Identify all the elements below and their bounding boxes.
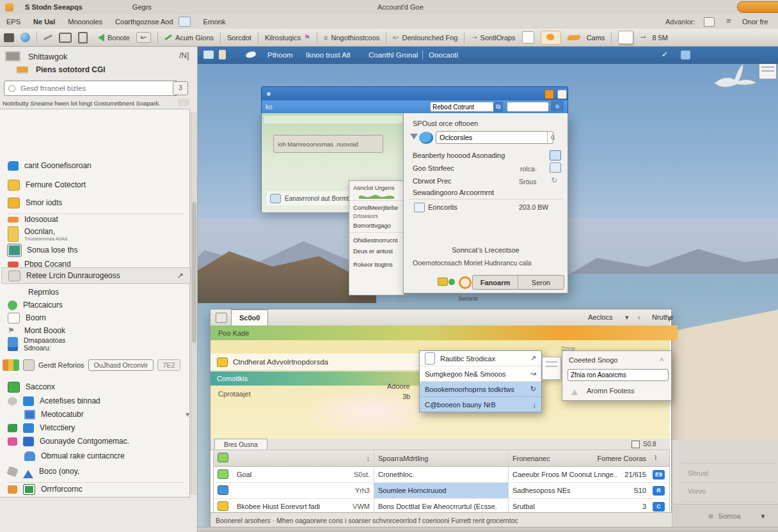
menu-app-name[interactable]: S Stodn Seeapqs [25, 3, 83, 11]
dialog-combo-input[interactable] [436, 131, 553, 144]
highlight-brush-button[interactable] [541, 31, 561, 45]
sidebar-item[interactable]: Boorn [8, 311, 184, 325]
dialog-alert-icon[interactable] [544, 90, 554, 99]
dialog-row-label[interactable]: Beanberty hooood Asonading [413, 152, 559, 162]
denlo-button[interactable]: ↜Denlounched Fng [393, 33, 457, 42]
sidebar-item[interactable]: Oocnlan,Tnurarannnaa A0A8. [8, 226, 184, 242]
scroll-icon[interactable] [219, 50, 226, 59]
sidebar-app-icon[interactable] [5, 51, 20, 61]
menu-item[interactable]: EPS [6, 18, 20, 26]
sidebar-item[interactable]: Obmual rake cuntacncre [8, 449, 201, 463]
small-window-icon[interactable] [704, 17, 715, 27]
sidebar-item[interactable]: Reprnlos [8, 285, 205, 299]
panel-input[interactable] [568, 369, 669, 381]
check-icon[interactable]: ✓ [662, 50, 668, 59]
window-tool-icon[interactable] [4, 33, 14, 42]
dialog-left-item[interactable]: Deus er antust [349, 245, 404, 257]
undo-box-icon[interactable]: ↜ [136, 32, 151, 43]
sorcdot-button[interactable]: Sorcdot [227, 34, 251, 42]
menu-item-active[interactable]: Ne Ual [33, 18, 55, 26]
desktop-menu-item[interactable]: Coanthl Gronal [369, 51, 418, 59]
dialog-menu-icon[interactable]: ≡ [551, 101, 564, 111]
mail-icon[interactable] [550, 150, 561, 160]
side-list-item[interactable]: Shrust [688, 469, 708, 477]
sidebar-item[interactable]: Sacconx [8, 380, 184, 394]
table-tab[interactable]: Bres Ousna [214, 439, 267, 450]
printer-icon[interactable] [550, 162, 561, 173]
dialog-left-item[interactable]: Bomorttvgago [349, 221, 404, 232]
bonote-button[interactable]: Bonote [94, 34, 130, 42]
table-row[interactable]: Goal S0st. Cronethloc. Caeeubr Froos M C… [214, 467, 669, 483]
menu-item[interactable]: Coarthgoznse Aod [115, 18, 173, 26]
dialog-row-label[interactable]: Cbrwot Prec [413, 177, 559, 187]
filter-icon[interactable]: ▼ [759, 513, 766, 520]
menu-item-selected[interactable]: C@booeon bauny NrB ↓ [420, 397, 541, 412]
sidebar-item[interactable]: Sonua lose ths [8, 243, 184, 257]
harpoon-icon[interactable]: ⇀ [640, 33, 646, 42]
window-restore-icon[interactable] [631, 441, 640, 448]
new-note-label[interactable]: Piens sototord CGl [36, 65, 106, 74]
sidebar-item-selected[interactable]: Retee Lrcin Dunraurogeoss ↗ [1, 267, 191, 284]
search-filter-button[interactable]: 3 [173, 81, 188, 95]
sidebar-item[interactable]: Meotocatubr▾ [8, 407, 201, 421]
row-badge[interactable]: R [650, 486, 668, 496]
brush-icon[interactable] [44, 35, 52, 40]
active-tab[interactable]: Sc0o0 [231, 309, 268, 325]
dialog-search-go-icon[interactable]: ⧉ [493, 102, 503, 112]
chart-mini-icon[interactable]: ⌇ [650, 454, 668, 462]
desktop-menu-item[interactable]: Ooocaoti [429, 51, 458, 59]
dialog-row-label[interactable]: Sewadingooro Arcoormrnt [413, 189, 559, 199]
raised-window-button[interactable] [618, 31, 633, 44]
app-tray-icon[interactable] [681, 51, 690, 59]
refresh-icon[interactable]: ↻ [551, 176, 557, 185]
globe-orb-icon[interactable] [20, 33, 30, 42]
tabbar-action[interactable]: Aeclocs [588, 313, 613, 321]
action-button[interactable]: Gerdt Reforios [38, 361, 84, 369]
menu-item[interactable]: Mnoonoles [68, 18, 102, 26]
header-col-a[interactable]: SpoarraMdrtling [374, 450, 508, 466]
side-list-item[interactable]: Vorvo [688, 487, 706, 495]
sidebar-item[interactable]: Acetefises binnad [8, 394, 184, 408]
heading-row[interactable]: Ctndherat Advvolrtnopdorsda [210, 354, 429, 371]
dialog-left-item[interactable]: Drtowaors [349, 212, 404, 221]
row-badge[interactable]: C [650, 502, 668, 512]
sidebar-item[interactable]: Boco (onoy, [8, 464, 184, 483]
sidebar-item[interactable]: Fernure Cotectort [8, 178, 184, 192]
dialog-min-icon[interactable] [557, 90, 567, 99]
preview-box[interactable]: ioh Mamreoorvornas .nuovoid [273, 135, 383, 153]
header-col-c[interactable]: Fomere Cooras [617, 455, 650, 462]
caret-down-icon[interactable]: ▾ [625, 313, 629, 322]
menu-item[interactable]: Sumgkegoo Ne& Smooos ↝ [420, 366, 541, 382]
scrollbar-thumb[interactable] [192, 202, 196, 343]
sidebar-item[interactable]: cant Goonefisoroan [8, 159, 184, 173]
cams-button[interactable]: Cams [587, 34, 605, 42]
sort-icon[interactable]: ↕ [342, 455, 374, 462]
menu-item[interactable]: Ernonk [203, 18, 226, 26]
orange-swoosh-icon[interactable] [566, 35, 582, 40]
sidebar-item[interactable]: Smor iodts [8, 196, 184, 214]
sontl-button[interactable]: ⇢SontlOraps [471, 33, 515, 42]
stack-icon[interactable]: ≡ [726, 16, 731, 26]
dialog-search-input[interactable] [430, 102, 495, 112]
search-box[interactable] [4, 81, 178, 96]
desktop-menu-item[interactable]: Iknoo trust Atl [306, 51, 351, 59]
confirm-button[interactable]: Fanoarm [473, 276, 518, 289]
monitor-icon[interactable] [59, 33, 72, 43]
background-window-titlebar[interactable]: Pthoom Iknoo trust Atl Coanthl Gronal Oo… [197, 46, 778, 64]
combo-dropdown-button[interactable]: G [547, 132, 558, 143]
sidebar-item[interactable]: Vletcctiery [8, 421, 184, 435]
notification-pill[interactable] [737, 1, 778, 13]
kilro-button[interactable]: Kilrostuqics⚑ [265, 33, 310, 42]
row-badge[interactable]: E9 [650, 470, 668, 480]
more-button[interactable]: Somoa [718, 512, 741, 520]
dialog-row-label[interactable]: Eoncorits [428, 203, 574, 214]
dialog-titlebar[interactable] [261, 86, 568, 101]
panel-link[interactable]: Aromn Footess [587, 387, 635, 395]
sidebar-item[interactable]: Pfaccaicurs [8, 298, 184, 312]
sidebar-item[interactable]: Orrrforcornc [8, 482, 184, 496]
dialog-left-item[interactable]: Rokeor ttogtns [349, 257, 404, 272]
more-label[interactable]: Onor fre [742, 18, 768, 26]
table-row[interactable]: Yrh3 Soumlee Hornciruuod Sadhesoposs NEs… [214, 483, 669, 499]
action-combo[interactable]: OuJhasd Orconvir [88, 359, 154, 371]
dialog-secondary-box[interactable] [507, 102, 549, 112]
